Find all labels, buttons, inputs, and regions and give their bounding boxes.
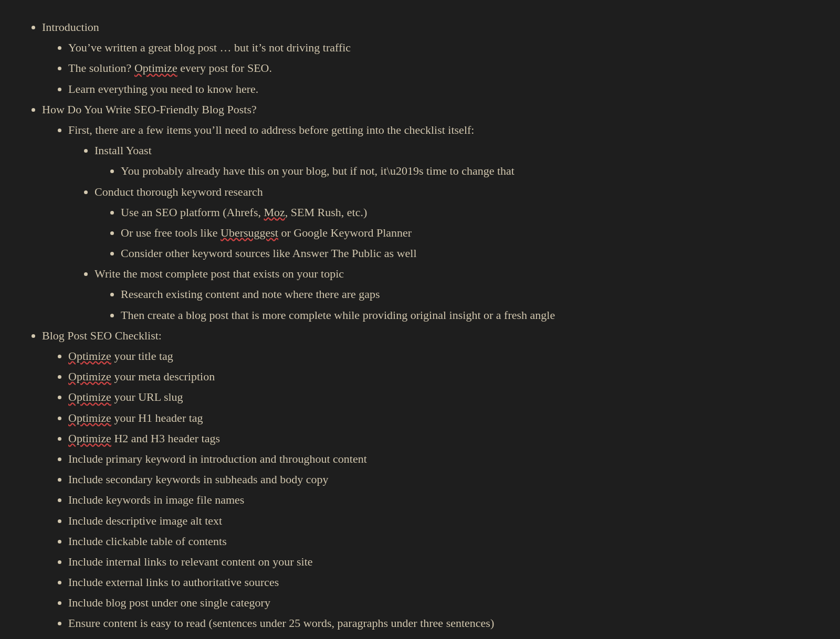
item-label: How Do You Write SEO-Friendly Blog Posts… (42, 103, 257, 116)
item-label: Write the most complete post that exists… (94, 267, 344, 280)
spellcheck-word: Optimize (68, 411, 111, 424)
spellcheck-word: Optimize (68, 370, 111, 383)
list-item: Include descriptive image alt text (68, 512, 819, 530)
list-item: Install Yoast You probably already have … (94, 141, 819, 180)
item-label: Optimize your H1 header tag (68, 411, 203, 424)
list-item: Include external links to authoritative … (68, 573, 819, 591)
item-label: You’ve written a great blog post … but i… (68, 41, 351, 54)
list-item: Consider including relevant video or emb… (68, 635, 819, 639)
sub-list: Optimize your title tag Optimize your me… (42, 347, 819, 639)
list-item: Include keywords in image file names (68, 491, 819, 509)
list-item: Optimize your URL slug (68, 388, 819, 406)
list-item: Consider other keyword sources like Answ… (121, 244, 819, 262)
list-item: First, there are a few items you’ll need… (68, 121, 819, 324)
item-label: First, there are a few items you’ll need… (68, 123, 474, 136)
item-label: Ensure content is easy to read (sentence… (68, 616, 494, 630)
list-item: Include internal links to relevant conte… (68, 552, 819, 571)
sub-list: First, there are a few items you’ll need… (42, 121, 819, 324)
list-item: Blog Post SEO Checklist: Optimize your t… (42, 326, 819, 639)
item-label: Consider other keyword sources like Answ… (121, 247, 417, 260)
sub-list: You’ve written a great blog post … but i… (42, 38, 819, 98)
list-item: Include clickable table of contents (68, 532, 819, 550)
item-label: Include blog post under one single categ… (68, 596, 270, 609)
item-label: Conduct thorough keyword research (94, 185, 263, 198)
list-item: Conduct thorough keyword research Use an… (94, 183, 819, 263)
list-item: Include secondary keywords in subheads a… (68, 470, 819, 488)
item-label: Blog Post SEO Checklist: (42, 329, 162, 342)
item-label: Optimize your meta description (68, 370, 215, 383)
list-item: Ensure content is easy to read (sentence… (68, 614, 819, 632)
item-label: Include external links to authoritative … (68, 576, 279, 589)
spellcheck-word: Ubersuggest (220, 226, 278, 239)
item-label: Install Yoast (94, 144, 152, 157)
item-label: Optimize H2 and H3 header tags (68, 432, 220, 445)
spellcheck-word: Optimize (68, 390, 111, 403)
item-label: You probably already have this on your b… (121, 164, 514, 177)
list-item: You’ve written a great blog post … but i… (68, 38, 819, 57)
list-item: Introduction You’ve written a great blog… (42, 18, 819, 98)
item-label: Research existing content and note where… (121, 287, 380, 301)
list-item: Include primary keyword in introduction … (68, 450, 819, 468)
list-item: The solution? Optimize every post for SE… (68, 59, 819, 77)
list-item: Optimize your H1 header tag (68, 409, 819, 427)
item-label: Consider including relevant video or emb… (68, 637, 342, 639)
list-item: Optimize H2 and H3 header tags (68, 429, 819, 448)
spellcheck-word: Moz (264, 206, 285, 219)
list-item: Or use free tools like Ubersuggest or Go… (121, 223, 819, 242)
item-label: Then create a blog post that is more com… (121, 308, 555, 322)
item-label: Include internal links to relevant conte… (68, 555, 313, 568)
sub-list: Research existing content and note where… (94, 285, 819, 324)
list-item: How Do You Write SEO-Friendly Blog Posts… (42, 100, 819, 324)
list-item: Research existing content and note where… (121, 285, 819, 303)
item-label: Optimize your title tag (68, 349, 173, 363)
item-label: Include keywords in image file names (68, 493, 244, 506)
list-item: Include blog post under one single categ… (68, 593, 819, 612)
item-label: Use an SEO platform (Ahrefs, Moz, SEM Ru… (121, 206, 367, 219)
sub-list: Install Yoast You probably already have … (68, 141, 819, 324)
spellcheck-word: Optimize (68, 349, 111, 363)
item-label: Optimize your URL slug (68, 390, 183, 403)
sub-list: You probably already have this on your b… (94, 162, 819, 180)
item-label: Introduction (42, 20, 99, 34)
spellcheck-word: Optimize (134, 61, 177, 74)
item-label: Include descriptive image alt text (68, 514, 222, 527)
item-label: Include primary keyword in introduction … (68, 452, 367, 465)
list-item: Write the most complete post that exists… (94, 264, 819, 324)
item-label: Or use free tools like Ubersuggest or Go… (121, 226, 412, 239)
spellcheck-word: Optimize (68, 432, 111, 445)
list-item: Then create a blog post that is more com… (121, 306, 819, 324)
list-item: You probably already have this on your b… (121, 162, 819, 180)
item-label: Include secondary keywords in subheads a… (68, 473, 328, 486)
main-outline: Introduction You’ve written a great blog… (21, 18, 819, 639)
item-label: The solution? Optimize every post for SE… (68, 61, 272, 74)
list-item: Optimize your meta description (68, 367, 819, 386)
list-item: Optimize your title tag (68, 347, 819, 365)
list-item: Use an SEO platform (Ahrefs, Moz, SEM Ru… (121, 203, 819, 221)
item-label: Include clickable table of contents (68, 535, 227, 548)
sub-list: Use an SEO platform (Ahrefs, Moz, SEM Ru… (94, 203, 819, 263)
item-label: Learn everything you need to know here. (68, 82, 258, 95)
list-item: Learn everything you need to know here. (68, 80, 819, 98)
